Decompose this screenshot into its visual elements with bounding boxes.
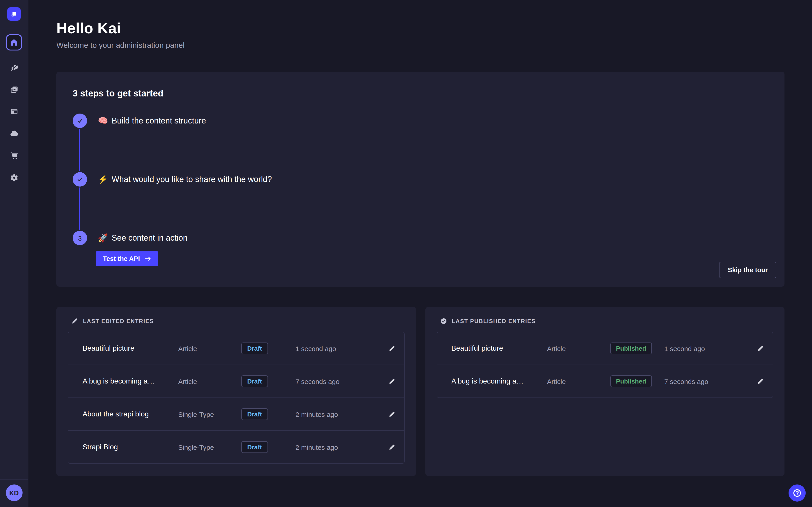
last-edited-header: LAST EDITED ENTRIES — [68, 318, 404, 325]
onboarding-steps: 🧠 Build the content structure ⚡ What wou… — [72, 114, 768, 266]
table-row: Beautiful picture Article Published 1 se… — [437, 332, 773, 364]
skip-the-tour-button[interactable]: Skip the tour — [719, 262, 776, 278]
user-avatar[interactable]: KD — [6, 485, 22, 501]
sidebar-item-content-type-builder[interactable] — [9, 62, 19, 72]
step-number: 3 — [78, 234, 82, 242]
step-done-check-icon — [72, 172, 87, 186]
table-row: Strapi Blog Single-Type Draft 2 minutes … — [68, 431, 404, 463]
onboarding-card: 3 steps to get started 🧠 Build the conte… — [56, 72, 784, 287]
table-row: A bug is becoming a… Article Published 7… — [437, 364, 773, 397]
arrow-right-icon — [145, 256, 151, 262]
entry-type: Article — [547, 344, 610, 352]
test-the-api-button[interactable]: Test the API — [96, 251, 158, 266]
step-number-badge: 3 — [72, 231, 87, 245]
entry-time: 2 minutes ago — [296, 410, 387, 418]
entry-type: Article — [547, 378, 610, 385]
entry-type: Single-Type — [178, 410, 241, 418]
sidebar-item-marketplace[interactable] — [9, 150, 19, 161]
entry-time: 7 seconds ago — [296, 378, 387, 385]
home-icon — [10, 38, 18, 46]
entry-title: A bug is becoming a… — [83, 377, 178, 385]
step-connector-line — [79, 129, 80, 171]
step-label-text: See content in action — [112, 233, 188, 243]
entry-type: Article — [178, 378, 241, 385]
help-button[interactable] — [789, 485, 806, 502]
step-connector-line — [79, 187, 80, 230]
status-badge: Draft — [241, 441, 268, 453]
last-published-header: LAST PUBLISHED ENTRIES — [437, 318, 773, 325]
last-published-table: Beautiful picture Article Published 1 se… — [437, 332, 773, 398]
sidebar: KD — [0, 0, 29, 507]
status-badge: Draft — [241, 408, 268, 420]
onboarding-title: 3 steps to get started — [72, 88, 768, 99]
strapi-admin-app: KD Hello Kai Welcome to your administrat… — [0, 0, 812, 507]
step-label: 🧠 Build the content structure — [98, 116, 206, 126]
settings-gear-icon — [10, 173, 18, 182]
entry-title: Beautiful picture — [83, 344, 178, 352]
onboarding-cta-row: Test the API — [96, 251, 768, 266]
edit-entry-button[interactable] — [387, 344, 396, 353]
step-label-text: What would you like to share with the wo… — [112, 175, 272, 184]
page-subtitle: Welcome to your administration panel — [56, 41, 784, 50]
check-circle-icon — [440, 318, 447, 325]
sidebar-item-content-manager[interactable] — [9, 106, 19, 117]
media-library-icon — [10, 85, 18, 94]
pencil-icon — [388, 378, 395, 385]
main-content: Hello Kai Welcome to your administration… — [29, 0, 812, 507]
entry-time: 7 seconds ago — [664, 378, 756, 385]
entry-title: Beautiful picture — [451, 344, 547, 352]
content-manager-icon — [10, 107, 18, 116]
status-badge: Draft — [241, 342, 268, 354]
onboarding-step-3: 3 🚀 See content in action — [72, 231, 768, 245]
pencil-icon — [388, 444, 395, 450]
entry-title: A bug is becoming a… — [451, 377, 547, 385]
edit-entry-button[interactable] — [756, 377, 765, 386]
step-label: ⚡ What would you like to share with the … — [98, 174, 272, 184]
pencil-icon — [71, 318, 78, 325]
edit-entry-button[interactable] — [387, 443, 396, 451]
entry-type: Single-Type — [178, 443, 241, 451]
table-row: A bug is becoming a… Article Draft 7 sec… — [68, 364, 404, 397]
edit-entry-button[interactable] — [756, 344, 765, 353]
onboarding-step-2: ⚡ What would you like to share with the … — [72, 172, 768, 186]
step-done-check-icon — [72, 114, 87, 128]
zap-emoji-icon: ⚡ — [98, 174, 108, 184]
sidebar-item-media-library[interactable] — [9, 84, 19, 95]
table-row: About the strapi blog Single-Type Draft … — [68, 397, 404, 431]
rocket-emoji-icon: 🚀 — [98, 233, 108, 243]
edit-entry-button[interactable] — [387, 410, 396, 418]
entries-panels: LAST EDITED ENTRIES Beautiful picture Ar… — [56, 307, 784, 476]
pencil-icon — [388, 345, 395, 352]
workspace-logo-button[interactable] — [7, 7, 21, 21]
status-badge: Published — [610, 342, 652, 354]
entry-type: Article — [178, 344, 241, 352]
step-label-text: Build the content structure — [112, 116, 206, 125]
sidebar-item-cloud[interactable] — [9, 128, 19, 139]
marketplace-cart-icon — [10, 151, 18, 160]
pencil-icon — [388, 411, 395, 417]
question-circle-icon — [793, 489, 802, 498]
sidebar-item-home[interactable] — [6, 34, 22, 51]
entry-title: Strapi Blog — [83, 443, 178, 451]
entry-time: 1 second ago — [296, 344, 387, 352]
pencil-icon — [757, 378, 764, 385]
sidebar-nav — [0, 29, 28, 183]
entry-time: 1 second ago — [664, 344, 756, 352]
feather-icon — [10, 63, 18, 71]
entry-time: 2 minutes ago — [296, 443, 387, 451]
last-published-panel: LAST PUBLISHED ENTRIES Beautiful picture… — [425, 307, 784, 476]
entry-title: About the strapi blog — [83, 410, 178, 418]
last-edited-header-label: LAST EDITED ENTRIES — [83, 318, 154, 324]
brain-emoji-icon: 🧠 — [98, 116, 108, 126]
last-edited-panel: LAST EDITED ENTRIES Beautiful picture Ar… — [56, 307, 416, 476]
edit-entry-button[interactable] — [387, 377, 396, 386]
test-the-api-label: Test the API — [103, 255, 140, 262]
sidebar-item-settings[interactable] — [9, 172, 19, 183]
last-edited-table: Beautiful picture Article Draft 1 second… — [68, 332, 404, 464]
status-badge: Published — [610, 376, 652, 387]
step-label: 🚀 See content in action — [98, 233, 188, 243]
pencil-icon — [757, 345, 764, 352]
status-badge: Draft — [241, 376, 268, 387]
onboarding-step-1: 🧠 Build the content structure — [72, 114, 768, 128]
table-row: Beautiful picture Article Draft 1 second… — [68, 332, 404, 364]
